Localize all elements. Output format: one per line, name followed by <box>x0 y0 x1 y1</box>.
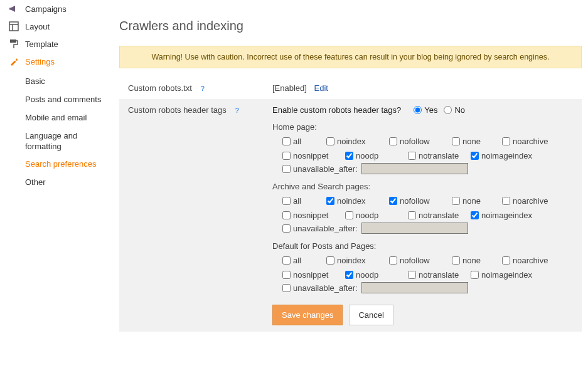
subnav-item-search-preferences[interactable]: Search preferences <box>25 155 113 174</box>
cb-posts-nosnippet[interactable]: nosnippet <box>282 270 345 280</box>
help-icon[interactable]: ? <box>198 84 207 93</box>
cb-archive-unavailable-after[interactable]: unavailable_after: <box>282 224 358 233</box>
input-home-unavailable-after[interactable] <box>361 163 468 174</box>
subnav-item-posts-comments[interactable]: Posts and comments <box>25 91 113 109</box>
section-home-label: Home page: <box>272 122 573 132</box>
cb-archive-notranslate[interactable]: notranslate <box>408 211 471 220</box>
input-posts-unavailable-after[interactable] <box>361 282 468 293</box>
posts-checkbox-grid: all noindex nofollow none noarchive nosn… <box>272 256 573 280</box>
radio-yes[interactable] <box>414 106 422 114</box>
cb-posts-none[interactable]: none <box>452 256 502 265</box>
row-custom-robots-header-tags: Custom robots header tags ? Enable custo… <box>119 99 582 332</box>
sidebar-item-label: Campaigns <box>25 4 67 14</box>
row-custom-robots-txt: Custom robots.txt ? [Enabled] Edit <box>119 77 582 99</box>
sidebar-item-label: Layout <box>25 22 50 31</box>
input-archive-unavailable-after[interactable] <box>361 223 468 234</box>
subnav-item-basic[interactable]: Basic <box>25 73 113 91</box>
cb-home-nofollow[interactable]: nofollow <box>389 137 452 146</box>
cb-archive-noindex[interactable]: noindex <box>326 196 389 206</box>
enable-question: Enable custom robots header tags? <box>272 105 401 115</box>
cb-posts-noarchive[interactable]: noarchive <box>502 256 565 265</box>
cb-home-unavailable-after[interactable]: unavailable_after: <box>282 164 358 174</box>
section-archive-label: Archive and Search pages: <box>272 182 573 191</box>
cb-home-noindex[interactable]: noindex <box>326 137 389 146</box>
cb-posts-noimageindex[interactable]: noimageindex <box>471 270 532 280</box>
cb-archive-nosnippet[interactable]: nosnippet <box>282 211 345 220</box>
label-custom-robots-header-tags: Custom robots header tags <box>128 105 227 115</box>
sidebar-item-label: Settings <box>25 57 55 66</box>
cancel-button[interactable]: Cancel <box>349 305 393 325</box>
svg-rect-1 <box>9 22 18 31</box>
cb-archive-noimageindex[interactable]: noimageindex <box>471 211 532 220</box>
subnav-item-other[interactable]: Other <box>25 174 113 192</box>
cb-posts-noindex[interactable]: noindex <box>326 256 389 265</box>
cb-home-noarchive[interactable]: noarchive <box>502 137 565 146</box>
sidebar-item-template[interactable]: Template <box>6 35 113 53</box>
section-posts-label: Default for Posts and Pages: <box>272 241 573 251</box>
subnav-item-mobile-email[interactable]: Mobile and email <box>25 109 113 127</box>
cb-archive-none[interactable]: none <box>452 196 502 206</box>
paint-roller-icon <box>9 39 19 49</box>
archive-checkbox-grid: all noindex nofollow none noarchive nosn… <box>272 196 573 220</box>
cb-home-noodp[interactable]: noodp <box>345 151 408 160</box>
layout-icon <box>9 21 19 31</box>
cb-home-noimageindex[interactable]: noimageindex <box>471 151 532 160</box>
help-icon[interactable]: ? <box>233 106 242 115</box>
cb-posts-noodp[interactable]: noodp <box>345 270 408 280</box>
radio-no-label[interactable]: No <box>444 105 465 115</box>
wrench-icon <box>9 56 19 66</box>
cb-home-none[interactable]: none <box>452 137 502 146</box>
cb-archive-all[interactable]: all <box>282 196 326 206</box>
cb-posts-nofollow[interactable]: nofollow <box>389 256 452 265</box>
cb-posts-unavailable-after[interactable]: unavailable_after: <box>282 283 358 293</box>
cb-home-nosnippet[interactable]: nosnippet <box>282 151 345 160</box>
label-custom-robots-txt: Custom robots.txt <box>128 83 192 93</box>
warning-banner: Warning! Use with caution. Incorrect use… <box>119 46 582 68</box>
save-changes-button[interactable]: Save changes <box>272 305 343 325</box>
svg-rect-4 <box>10 39 16 43</box>
svg-rect-0 <box>9 8 11 10</box>
cb-posts-notranslate[interactable]: notranslate <box>408 270 471 280</box>
edit-robots-txt-link[interactable]: Edit <box>314 83 328 93</box>
sidebar-item-label: Template <box>25 39 58 49</box>
cb-posts-all[interactable]: all <box>282 256 326 265</box>
radio-yes-label[interactable]: Yes <box>414 105 437 115</box>
home-checkbox-grid: all noindex nofollow none noarchive nosn… <box>272 137 573 160</box>
sidebar-item-campaigns[interactable]: Campaigns <box>6 0 113 18</box>
robots-txt-status: [Enabled] <box>272 83 307 93</box>
radio-no[interactable] <box>444 106 452 114</box>
megaphone-icon <box>9 4 19 14</box>
sidebar-item-layout[interactable]: Layout <box>6 18 113 35</box>
cb-archive-nofollow[interactable]: nofollow <box>389 196 452 206</box>
cb-archive-noodp[interactable]: noodp <box>345 211 408 220</box>
page-title: Crawlers and indexing <box>119 19 582 33</box>
sidebar-item-settings[interactable]: Settings <box>6 53 113 70</box>
cb-archive-noarchive[interactable]: noarchive <box>502 196 565 206</box>
cb-home-all[interactable]: all <box>282 137 326 146</box>
subnav-item-language-formatting[interactable]: Language and formatting <box>25 127 113 156</box>
cb-home-notranslate[interactable]: notranslate <box>408 151 471 160</box>
